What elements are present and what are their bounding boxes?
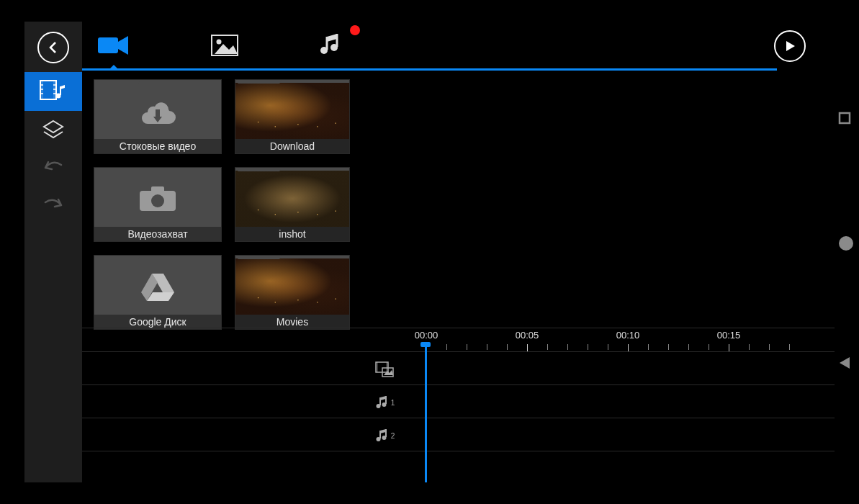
chevron-left-icon: [47, 41, 60, 54]
track-number: 1: [391, 399, 395, 407]
svg-point-16: [320, 47, 328, 54]
svg-rect-36: [840, 113, 850, 123]
video-thumbnail: [235, 171, 349, 227]
video-thumbnail: [235, 258, 349, 315]
video-camera-icon: [96, 33, 131, 58]
undo-arrow-icon: [41, 161, 66, 176]
ruler-time: 00:05: [516, 330, 539, 341]
svg-point-9: [56, 94, 61, 99]
svg-rect-29: [386, 362, 388, 372]
folder-google-drive[interactable]: Google Диск: [94, 255, 222, 330]
triangle-back-icon: [837, 355, 853, 371]
svg-rect-22: [151, 186, 164, 192]
track-video-header[interactable]: [370, 354, 399, 384]
svg-point-32: [376, 404, 380, 408]
video-track-icon: [375, 361, 394, 377]
camera-icon: [137, 184, 179, 214]
tab-video[interactable]: [96, 33, 131, 58]
folder-label: Google Диск: [94, 315, 221, 329]
svg-rect-2: [53, 81, 56, 99]
svg-point-14: [217, 40, 222, 45]
svg-point-23: [151, 194, 164, 207]
svg-rect-11: [98, 37, 118, 53]
svg-point-35: [382, 436, 386, 440]
thumbs-column: Download inshot Movies: [235, 79, 350, 330]
track-number: 2: [391, 432, 395, 440]
folder-label: inshot: [235, 227, 349, 241]
folder-stock-video[interactable]: Стоковые видео: [94, 79, 222, 154]
svg-rect-1: [40, 81, 43, 99]
svg-rect-28: [376, 362, 378, 372]
svg-point-34: [376, 437, 380, 441]
redo-button[interactable]: [24, 187, 82, 225]
folder-movies[interactable]: Movies: [235, 255, 350, 330]
folder-label: Видеозахват: [94, 227, 221, 241]
track-audio2-header[interactable]: 2: [370, 420, 399, 451]
notification-dot-icon: [350, 25, 360, 35]
tab-music[interactable]: [318, 32, 344, 58]
svg-point-33: [382, 402, 386, 407]
timeline[interactable]: 00:00 00:05 00:10 00:15: [82, 328, 835, 482]
tab-underline: [82, 68, 777, 71]
svg-marker-38: [840, 357, 850, 369]
media-tabs: [82, 22, 777, 69]
play-preview-button[interactable]: [774, 30, 806, 62]
google-drive-icon: [140, 271, 176, 302]
svg-point-37: [839, 236, 853, 251]
folder-label: Стоковые видео: [94, 139, 221, 153]
ruler-time: 00:15: [717, 330, 741, 341]
image-icon: [210, 34, 239, 57]
circle-icon: [837, 235, 855, 252]
source-column: Стоковые видео Видеозахват: [94, 79, 222, 330]
android-recent-button[interactable]: [835, 108, 855, 128]
tab-image[interactable]: [210, 34, 239, 57]
cloud-download-icon: [138, 96, 177, 125]
folder-download[interactable]: Download: [235, 79, 350, 154]
video-thumbnail: [235, 83, 349, 139]
track-audio1-header[interactable]: 1: [370, 387, 399, 418]
folder-video-capture[interactable]: Видеозахват: [94, 167, 222, 242]
layers-tool[interactable]: [24, 111, 82, 150]
folder-label: Download: [235, 139, 349, 153]
ruler-time: 00:10: [616, 330, 640, 341]
svg-rect-19: [156, 109, 160, 117]
back-button[interactable]: [37, 32, 69, 63]
media-browser: Стоковые видео Видеозахват: [94, 79, 389, 330]
ruler-time: 00:00: [415, 330, 439, 341]
svg-marker-18: [786, 41, 795, 51]
android-back-button[interactable]: [835, 353, 855, 373]
svg-marker-10: [44, 121, 63, 132]
play-icon: [783, 40, 796, 53]
left-sidebar: [24, 22, 82, 482]
playhead[interactable]: [425, 344, 427, 482]
android-home-button[interactable]: [836, 233, 856, 253]
timeline-ruler[interactable]: 00:00 00:05 00:10 00:15: [82, 328, 835, 351]
music-notes-icon: [318, 32, 344, 58]
redo-arrow-icon: [41, 198, 66, 214]
music-note-icon: [374, 428, 389, 443]
svg-marker-15: [215, 44, 238, 54]
music-note-icon: [374, 395, 389, 410]
square-icon: [837, 111, 852, 125]
media-tool[interactable]: [24, 72, 82, 111]
folder-inshot[interactable]: inshot: [235, 167, 350, 242]
svg-point-17: [330, 44, 338, 51]
media-film-music-icon: [39, 79, 68, 104]
layers-icon: [41, 118, 66, 143]
undo-button[interactable]: [24, 150, 82, 187]
svg-marker-12: [118, 36, 128, 55]
folder-label: Movies: [235, 315, 349, 329]
